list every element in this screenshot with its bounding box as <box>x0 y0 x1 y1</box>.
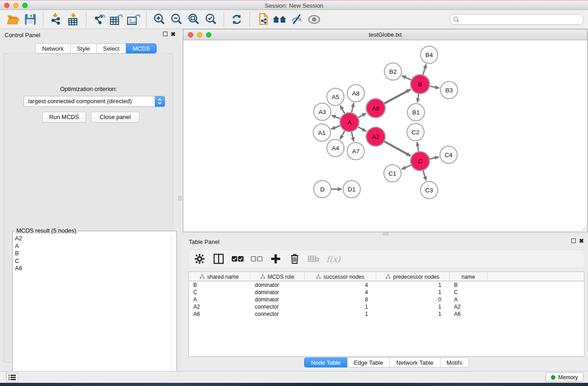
table-cell[interactable]: connector <box>250 310 305 318</box>
new-network-from-file-icon[interactable] <box>254 12 271 27</box>
table-cell[interactable]: A <box>189 296 250 303</box>
splitter-grip[interactable] <box>178 196 182 200</box>
resize-grip-icon[interactable] <box>581 226 587 231</box>
refresh-icon[interactable] <box>228 12 245 27</box>
edge-B-B4[interactable] <box>423 64 426 75</box>
zoom-fit-icon[interactable] <box>185 12 202 27</box>
table-row[interactable]: Cdominator41C <box>189 289 584 296</box>
horizontal-splitter[interactable] <box>183 232 588 236</box>
table-cell[interactable]: 1 <box>305 310 376 318</box>
delete-row-trash-icon[interactable] <box>288 253 301 265</box>
float-panel-icon[interactable] <box>571 238 576 244</box>
panel-splitter[interactable] <box>177 29 183 371</box>
edge-C-C2[interactable] <box>417 142 418 152</box>
edge-B-B3[interactable] <box>430 86 440 88</box>
import-table-icon[interactable] <box>65 12 82 27</box>
node-table[interactable]: shared nameMCDS rolesuccessor nodesprede… <box>188 272 584 357</box>
criterion-dropdown[interactable]: largest connected component (directed) <box>24 96 165 107</box>
column-header-successor-nodes[interactable]: successor nodes <box>305 272 376 281</box>
result-item[interactable]: A2 <box>13 235 170 243</box>
close-panel-icon[interactable]: ✖ <box>171 32 176 37</box>
tab-edge-table[interactable]: Edge Table <box>347 357 390 367</box>
column-header-shared-name[interactable]: shared name <box>189 272 250 281</box>
export-image-icon[interactable] <box>125 12 142 27</box>
table-cell[interactable]: A2 <box>449 303 488 310</box>
search-field[interactable] <box>449 14 584 25</box>
tab-network[interactable]: Network <box>35 43 70 53</box>
close-panel-button[interactable]: Close panel <box>91 112 139 123</box>
edge-A-A4[interactable] <box>340 131 345 139</box>
float-panel-icon[interactable] <box>163 32 167 37</box>
tab-node-table[interactable]: Node Table <box>304 357 347 367</box>
mcds-result-list[interactable]: A2ABCA6 <box>13 235 170 386</box>
edge-A6-B[interactable] <box>384 89 411 103</box>
table-cell[interactable]: 4 <box>305 289 376 296</box>
hide-selected-icon[interactable] <box>288 12 306 27</box>
export-table-icon[interactable] <box>108 12 125 27</box>
edge-A-A5[interactable] <box>340 105 345 114</box>
table-cell[interactable]: 1 <box>376 281 449 289</box>
table-cell[interactable]: A6 <box>449 310 488 318</box>
table-cell[interactable]: dominator <box>250 281 305 289</box>
home-views-icon[interactable] <box>271 12 288 27</box>
table-cell[interactable]: 1 <box>376 289 449 296</box>
result-item[interactable]: B <box>13 250 170 257</box>
table-cell[interactable]: B <box>189 281 250 289</box>
edge-A-A2[interactable] <box>358 127 366 132</box>
run-mcds-button[interactable]: Run MCDS <box>42 112 86 123</box>
network-window-titlebar[interactable]: testGlobe.txt <box>183 29 587 40</box>
edge-A-A1[interactable] <box>331 126 340 129</box>
result-item[interactable]: A6 <box>13 265 170 272</box>
edge-A-A3[interactable] <box>332 115 340 119</box>
table-row[interactable]: Adominator80A <box>189 296 584 303</box>
edge-A-A8[interactable] <box>352 103 354 112</box>
table-row[interactable]: A6connector11A6 <box>189 310 584 318</box>
zoom-out-icon[interactable] <box>168 12 185 27</box>
result-scrollbar[interactable] <box>171 235 177 386</box>
table-row[interactable]: A2connector11A2 <box>189 303 584 310</box>
zoom-in-icon[interactable] <box>151 12 168 27</box>
edge-B-B2[interactable] <box>402 76 411 80</box>
table-cell[interactable]: 4 <box>305 281 376 289</box>
open-file-icon[interactable] <box>5 12 22 27</box>
show-selected-eye-icon[interactable] <box>306 12 323 27</box>
edge-C-C3[interactable] <box>423 171 426 181</box>
edge-C-C1[interactable] <box>402 165 411 169</box>
tab-style[interactable]: Style <box>70 43 96 53</box>
select-all-icon[interactable] <box>231 253 244 265</box>
import-network-icon[interactable] <box>48 12 65 27</box>
table-cell[interactable]: 1 <box>305 303 376 310</box>
table-cell[interactable]: connector <box>250 303 305 310</box>
column-header-name[interactable]: name <box>449 272 488 281</box>
table-row[interactable]: Bdominator41B <box>189 281 584 289</box>
table-cell[interactable]: C <box>449 289 488 296</box>
table-cell[interactable]: A2 <box>189 303 250 310</box>
network-canvas[interactable]: B4B2BB3A8A5A6A3B1AC2A1A2A4A7C4CC1DD1C3 <box>183 40 587 232</box>
export-network-icon[interactable] <box>91 12 108 27</box>
result-item[interactable]: A <box>13 243 170 250</box>
column-header-predecessor-nodes[interactable]: predecessor nodes <box>376 272 449 281</box>
result-item[interactable]: C <box>13 257 170 265</box>
tab-mcds[interactable]: MCDS <box>126 43 157 53</box>
table-cell[interactable]: 1 <box>376 303 449 310</box>
table-cell[interactable]: A <box>449 296 488 303</box>
table-cell[interactable]: 8 <box>305 296 376 303</box>
task-history-button[interactable] <box>6 373 18 382</box>
tab-select[interactable]: Select <box>96 43 126 53</box>
edge-A-A6[interactable] <box>358 113 366 117</box>
table-cell[interactable]: dominator <box>250 289 305 296</box>
close-panel-icon[interactable]: ✖ <box>579 238 584 244</box>
zoom-selected-icon[interactable] <box>202 12 220 27</box>
save-session-icon[interactable] <box>22 12 39 27</box>
search-input[interactable] <box>461 16 583 23</box>
table-settings-gear-icon[interactable] <box>193 253 206 265</box>
table-cell[interactable]: 1 <box>376 310 449 318</box>
table-cell[interactable]: dominator <box>250 296 305 303</box>
edge-A-A7[interactable] <box>352 132 354 141</box>
table-cell[interactable]: A6 <box>189 310 250 318</box>
edge-C-C4[interactable] <box>430 157 439 159</box>
show-columns-icon[interactable] <box>212 253 225 265</box>
table-cell[interactable]: 0 <box>376 296 449 303</box>
column-header-MCDS-role[interactable]: MCDS role <box>250 272 305 281</box>
deselect-all-icon[interactable] <box>250 253 263 265</box>
